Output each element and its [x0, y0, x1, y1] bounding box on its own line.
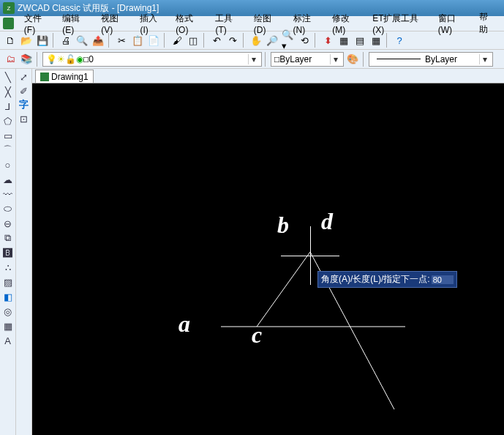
separator: [164, 33, 167, 48]
tab-label: Drawing1: [51, 72, 89, 82]
line-icon[interactable]: ╲: [1, 70, 15, 83]
zoom-prev-icon[interactable]: ⟲: [297, 33, 312, 48]
table-icon[interactable]: ▦: [1, 319, 15, 332]
separator: [315, 33, 317, 48]
linetype-label: ByLayer: [425, 54, 457, 64]
properties-icon[interactable]: ⬍: [320, 33, 335, 48]
dropdown-arrow-icon: ▾: [330, 54, 340, 64]
pan-icon[interactable]: ✋: [249, 33, 263, 48]
separator: [53, 33, 56, 48]
file-tabbar: Drawing1: [32, 69, 504, 83]
layer-sun-icon: ☀: [57, 54, 65, 64]
region-icon[interactable]: ◎: [1, 305, 15, 318]
dim-tool-icon[interactable]: ⊡: [18, 112, 31, 125]
revision-cloud-icon[interactable]: ☁: [1, 173, 15, 186]
preview-icon[interactable]: 🔍: [75, 33, 89, 48]
annotation-b: b: [277, 212, 289, 239]
rectangle-icon[interactable]: ▭: [1, 129, 15, 142]
command-tooltip: 角度(A)/长度(L)/指定下一点:: [317, 271, 457, 288]
app-logo-icon: Z: [3, 2, 15, 14]
drawing-canvas[interactable]: a b c d 角度(A)/长度(L)/指定下一点:: [32, 83, 504, 435]
copy-icon[interactable]: 📋: [130, 33, 145, 48]
zoom-dropdown-icon[interactable]: 🔍▾: [281, 33, 296, 48]
xline-icon[interactable]: ╳: [1, 85, 15, 98]
dropdown-arrow-icon: ▾: [479, 54, 489, 64]
annotation-a: a: [178, 311, 190, 338]
separator: [37, 52, 40, 67]
annotation-d: d: [321, 208, 333, 235]
color-label: ByLayer: [279, 54, 312, 64]
point-icon[interactable]: ∴: [1, 261, 15, 274]
layer-toolbar: 🗂 📚 💡 ☀ 🔓 ◉ □ 0 ▾ □ ByLayer ▾ 🎨 ByLayer …: [0, 50, 504, 69]
linetype-combo[interactable]: ByLayer ▾: [369, 52, 493, 67]
color-combo[interactable]: □ ByLayer ▾: [271, 52, 344, 67]
separator: [203, 33, 206, 48]
canvas-container: Drawing1 a b c d 角度(A)/长度(L)/指定下一点:: [32, 69, 504, 435]
layer-plot-icon: ◉: [76, 54, 83, 64]
file-tab[interactable]: Drawing1: [35, 70, 94, 83]
make-block-icon[interactable]: 🅱: [1, 246, 15, 259]
mtext-icon[interactable]: A: [1, 334, 15, 347]
cut-icon[interactable]: ✂: [114, 33, 129, 48]
layer-name: 0: [89, 54, 94, 64]
separator: [265, 52, 268, 67]
separator: [363, 52, 366, 67]
zoom-rt-icon[interactable]: 🔎: [265, 33, 279, 48]
polyline-icon[interactable]: ⅃: [1, 100, 15, 113]
color-tool-icon[interactable]: 🎨: [345, 52, 360, 67]
layer-lock-icon: 🔓: [65, 54, 76, 64]
tooltip-label: 角度(A)/长度(L)/指定下一点:: [321, 273, 430, 286]
open-icon[interactable]: 📂: [19, 33, 34, 48]
save-icon[interactable]: 💾: [35, 33, 50, 48]
layer-bulb-icon: 💡: [46, 54, 57, 64]
polygon-icon[interactable]: ⬠: [1, 114, 15, 127]
layer-mgr2-icon[interactable]: 📚: [19, 52, 34, 67]
ellipse-arc-icon[interactable]: ⊖: [1, 217, 15, 230]
text-tool-icon[interactable]: 字: [18, 98, 31, 111]
circle-icon[interactable]: ○: [1, 158, 15, 171]
dropdown-arrow-icon: ▾: [248, 54, 258, 64]
help-icon[interactable]: ?: [392, 33, 407, 48]
layer-combo[interactable]: 💡 ☀ 🔓 ◉ □ 0 ▾: [42, 52, 262, 67]
insert-block-icon[interactable]: ⧉: [1, 231, 15, 245]
separator: [386, 33, 389, 48]
draw-toolbar: ╲ ╳ ⅃ ⬠ ▭ ⌒ ○ ☁ 〰 ⬭ ⊖ ⧉ 🅱 ∴ ▨ ◧ ◎ ▦ A: [0, 69, 16, 435]
redo-icon[interactable]: ↷: [225, 33, 240, 48]
layer-mgr-icon[interactable]: 🗂: [3, 52, 18, 67]
block-icon[interactable]: ◫: [186, 33, 200, 48]
tool-palette-icon[interactable]: ▤: [353, 33, 367, 48]
menubar: 文件(F) 编辑(E) 视图(V) 插入(I) 格式(O) 工具(T) 绘图(D…: [0, 16, 504, 31]
file-icon: [40, 72, 49, 81]
print-icon[interactable]: 🖨: [59, 33, 73, 48]
color-swatch-icon: □: [274, 54, 279, 64]
hatch-icon[interactable]: ▨: [1, 275, 15, 289]
design-center-icon[interactable]: ▦: [336, 33, 351, 48]
calc-icon[interactable]: ▦: [369, 33, 383, 48]
layer-swatch: □: [83, 54, 89, 64]
match-icon[interactable]: 🖌: [170, 33, 184, 48]
modify-toolbar: ⤢ ✐ 字 ⊡: [16, 69, 32, 435]
paste-icon[interactable]: 📄: [146, 33, 161, 48]
gradient-icon[interactable]: ◧: [1, 290, 15, 303]
annotation-c: c: [252, 321, 262, 349]
publish-icon[interactable]: 📤: [91, 33, 105, 48]
drawing-lines: [32, 83, 504, 435]
linetype-preview-icon: [377, 59, 421, 59]
tooltip-input[interactable]: [432, 275, 454, 284]
main-area: ╲ ╳ ⅃ ⬠ ▭ ⌒ ○ ☁ 〰 ⬭ ⊖ ⧉ 🅱 ∴ ▨ ◧ ◎ ▦ A ⤢ …: [0, 69, 504, 435]
spline-icon[interactable]: 〰: [1, 187, 15, 201]
ellipse-icon[interactable]: ⬭: [1, 202, 15, 215]
menu-logo-icon: [3, 18, 14, 29]
separator: [108, 33, 111, 48]
undo-icon[interactable]: ↶: [209, 33, 224, 48]
separator: [243, 33, 246, 48]
menu-help[interactable]: 帮助: [473, 10, 501, 37]
menu-window[interactable]: 窗口(W): [432, 11, 473, 37]
new-icon[interactable]: 🗋: [3, 33, 18, 48]
arc-icon[interactable]: ⌒: [1, 144, 15, 157]
handle-icon[interactable]: ⤢: [18, 70, 31, 83]
modify-tool-icon[interactable]: ✐: [18, 84, 31, 97]
